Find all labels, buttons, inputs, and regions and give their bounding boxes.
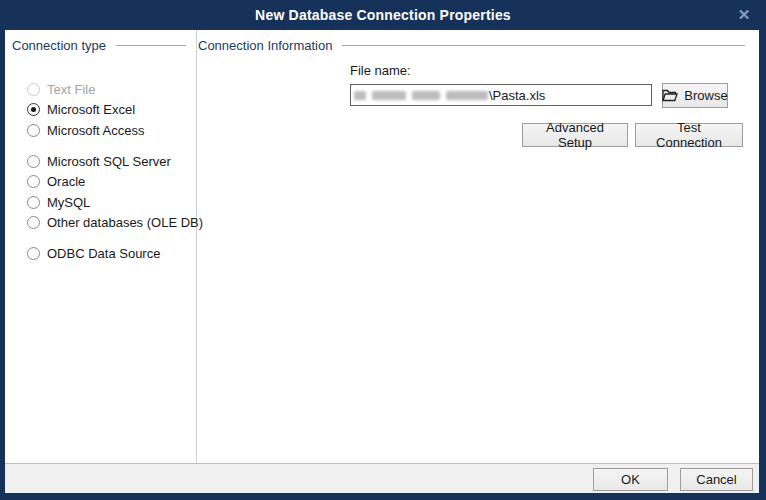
dialog-body: Connection type Text File Microsoft Exce… bbox=[5, 30, 759, 463]
connection-type-header: Connection type bbox=[12, 38, 192, 53]
title-bar: New Database Connection Properties ✕ bbox=[0, 0, 766, 30]
radio-group-files: Text File Microsoft Excel Microsoft Acce… bbox=[27, 79, 203, 140]
radio-icon bbox=[27, 83, 40, 96]
radio-icon bbox=[27, 155, 40, 168]
dialog-footer: OK Cancel bbox=[5, 463, 759, 493]
radio-icon bbox=[27, 216, 40, 229]
radio-icon bbox=[27, 196, 40, 209]
window-title: New Database Connection Properties bbox=[0, 0, 766, 30]
radio-icon bbox=[27, 175, 40, 188]
radio-other-databases-ole-db[interactable]: Other databases (OLE DB) bbox=[27, 213, 203, 233]
test-connection-button[interactable]: Test Connection bbox=[635, 123, 743, 147]
connection-information-header: Connection Information bbox=[198, 38, 751, 53]
radio-microsoft-access[interactable]: Microsoft Access bbox=[27, 120, 203, 140]
radio-oracle[interactable]: Oracle bbox=[27, 172, 203, 192]
connection-type-list: Text File Microsoft Excel Microsoft Acce… bbox=[27, 79, 203, 275]
file-name-value: \Pasta.xls bbox=[489, 88, 545, 103]
header-rule bbox=[116, 45, 186, 46]
radio-microsoft-sql-server[interactable]: Microsoft SQL Server bbox=[27, 151, 203, 171]
browse-button[interactable]: Browse bbox=[662, 83, 728, 108]
connection-type-header-label: Connection type bbox=[12, 38, 106, 53]
file-name-input[interactable]: \Pasta.xls bbox=[350, 84, 652, 106]
radio-group-odbc: ODBC Data Source bbox=[27, 244, 203, 264]
cancel-button[interactable]: Cancel bbox=[680, 468, 753, 491]
radio-microsoft-excel[interactable]: Microsoft Excel bbox=[27, 100, 203, 120]
radio-group-servers: Microsoft SQL Server Oracle MySQL Other … bbox=[27, 151, 203, 233]
ok-button[interactable]: OK bbox=[593, 468, 668, 491]
folder-icon bbox=[662, 89, 678, 102]
file-name-label: File name: bbox=[350, 63, 411, 78]
connection-information-header-label: Connection Information bbox=[198, 38, 332, 53]
redacted-path bbox=[354, 91, 488, 100]
radio-icon bbox=[27, 247, 40, 260]
radio-text-file: Text File bbox=[27, 79, 203, 99]
radio-odbc-data-source[interactable]: ODBC Data Source bbox=[27, 244, 203, 264]
radio-icon-selected bbox=[27, 103, 40, 116]
browse-button-label: Browse bbox=[684, 88, 727, 103]
radio-mysql[interactable]: MySQL bbox=[27, 192, 203, 212]
advanced-setup-button[interactable]: Advanced Setup bbox=[522, 123, 628, 147]
radio-icon bbox=[27, 124, 40, 137]
close-icon[interactable]: ✕ bbox=[732, 0, 756, 30]
header-rule bbox=[342, 45, 745, 46]
